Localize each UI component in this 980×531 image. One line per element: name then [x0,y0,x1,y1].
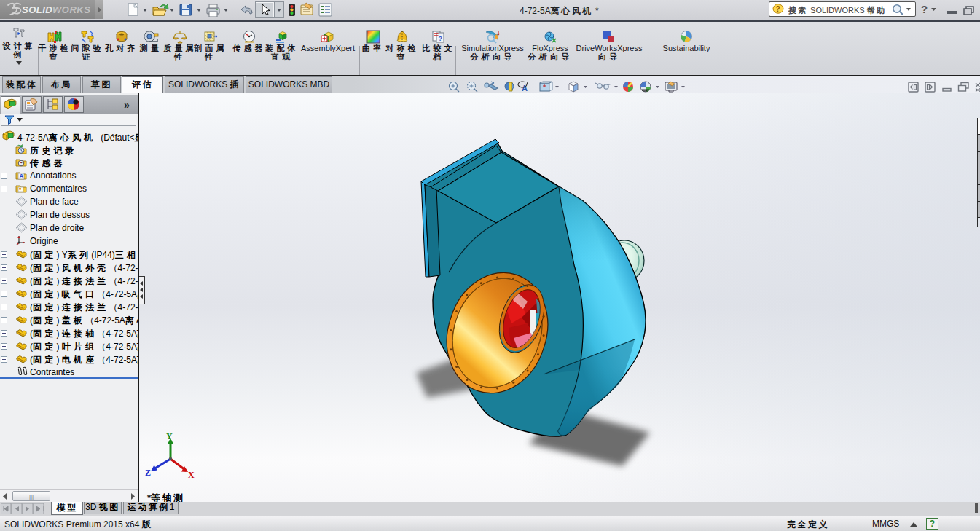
svg-text:?: ? [439,35,443,42]
svg-text:SOLID: SOLID [22,4,52,15]
svg-text:Y: Y [166,431,173,441]
svg-text:X: X [188,470,195,480]
svg-text:?: ? [921,3,928,15]
svg-text:?: ? [776,5,780,13]
svg-text:Z: Z [145,468,151,478]
svg-text:WORKS: WORKS [52,4,90,15]
svg-text:A: A [19,173,23,180]
